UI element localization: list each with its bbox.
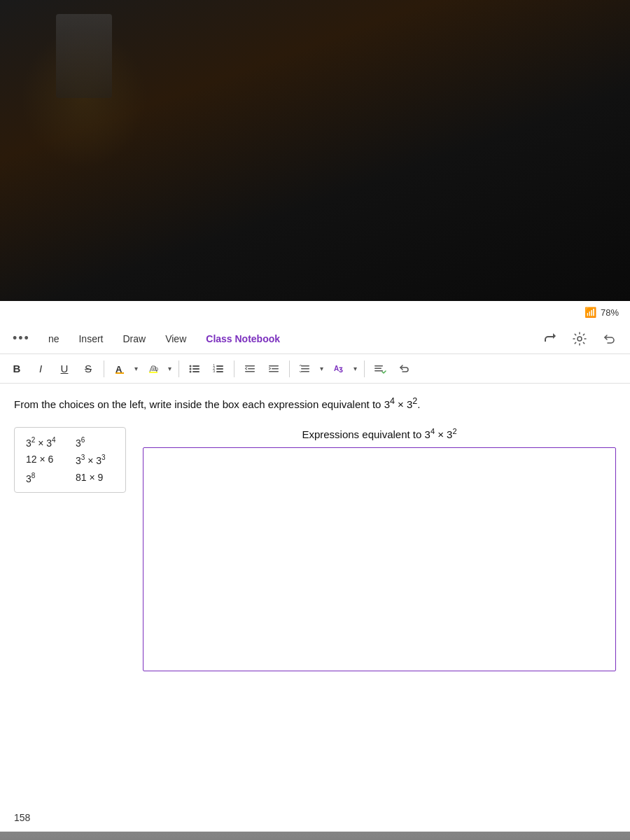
svg-rect-20 xyxy=(269,365,279,367)
menu-item-draw[interactable]: Draw xyxy=(115,329,155,349)
styles-button[interactable]: Aʒ xyxy=(328,358,350,380)
styles-chevron[interactable]: ▾ xyxy=(350,358,360,380)
answer-box[interactable] xyxy=(143,447,616,671)
svg-rect-8 xyxy=(192,368,200,370)
page-number: 158 xyxy=(14,812,30,823)
choices-grid: 32 × 34 36 12 × 6 33 × 33 38 81 × 9 xyxy=(26,436,114,484)
styles-group: Aʒ ▾ xyxy=(328,358,360,380)
font-color-group: A ▾ xyxy=(108,358,141,380)
answer-header: Expressions equivalent to 34 × 32 xyxy=(143,427,616,440)
background-top xyxy=(0,0,630,301)
choice-3[interactable]: 12 × 6 xyxy=(26,454,64,466)
share-icon[interactable] xyxy=(540,329,560,349)
bottom-area: 158 xyxy=(0,804,630,832)
line-spacing-group: ▾ xyxy=(294,358,326,380)
choice-2[interactable]: 36 xyxy=(76,436,114,449)
choice-6[interactable]: 81 × 9 xyxy=(76,472,114,484)
line-spacing-chevron[interactable]: ▾ xyxy=(316,358,326,380)
strikethrough-button[interactable]: S xyxy=(77,358,99,380)
svg-text:3: 3 xyxy=(213,369,216,373)
instruction-text: From the choices on the left, write insi… xyxy=(14,395,616,413)
toolbar-divider-5 xyxy=(364,360,365,377)
svg-point-0 xyxy=(578,337,582,341)
svg-rect-14 xyxy=(216,368,223,370)
font-color-chevron[interactable]: ▾ xyxy=(131,358,141,380)
svg-text:Aʒ: Aʒ xyxy=(334,365,343,372)
svg-rect-22 xyxy=(269,371,279,372)
font-color-button[interactable]: A xyxy=(108,358,131,380)
wifi-icon: 📶 xyxy=(584,307,596,318)
status-bar-right: 📶 78% xyxy=(584,307,619,318)
more-menu-button[interactable]: ••• xyxy=(6,327,37,350)
exercise-area: 32 × 34 36 12 × 6 33 × 33 38 81 × 9 Expr… xyxy=(14,427,616,671)
svg-rect-17 xyxy=(245,365,255,367)
indent-increase-button[interactable] xyxy=(262,358,285,380)
toolbar-divider-2 xyxy=(178,360,179,377)
settings-icon[interactable] xyxy=(570,329,589,349)
menu-item-view[interactable]: View xyxy=(157,329,195,349)
background-bottom xyxy=(0,832,630,840)
toolbar-divider-1 xyxy=(104,360,104,377)
menu-item-class-notebook[interactable]: Class Notebook xyxy=(197,329,288,349)
main-content: From the choices on the left, write insi… xyxy=(0,384,630,804)
italic-button[interactable]: I xyxy=(29,358,52,380)
toolbar-divider-3 xyxy=(234,360,234,377)
highlight-button[interactable]: ab xyxy=(142,358,164,380)
svg-rect-12 xyxy=(216,365,223,367)
svg-rect-18 xyxy=(248,368,255,370)
status-bar: 📶 78% xyxy=(0,301,630,323)
undo-small-button[interactable] xyxy=(393,358,415,380)
answer-area: Expressions equivalent to 34 × 32 xyxy=(143,427,616,671)
svg-rect-19 xyxy=(245,371,255,372)
svg-rect-10 xyxy=(192,371,200,372)
svg-rect-16 xyxy=(216,371,223,372)
app-container: 📶 78% ••• ne Insert Draw View Class Note… xyxy=(0,301,630,832)
bold-button[interactable]: B xyxy=(6,358,28,380)
svg-rect-6 xyxy=(192,365,200,367)
highlight-chevron[interactable]: ▾ xyxy=(164,358,174,380)
svg-rect-25 xyxy=(301,371,309,372)
choice-1[interactable]: 32 × 34 xyxy=(26,436,64,449)
menu-item-home[interactable]: ne xyxy=(40,329,68,349)
svg-rect-2 xyxy=(115,372,124,374)
svg-point-7 xyxy=(190,368,192,370)
bullet-list-button[interactable] xyxy=(183,358,206,380)
undo-icon[interactable] xyxy=(599,329,619,349)
svg-point-5 xyxy=(190,365,192,367)
toolbar-divider-4 xyxy=(289,360,290,377)
menu-item-insert[interactable]: Insert xyxy=(70,329,111,349)
svg-point-9 xyxy=(190,370,192,372)
menu-icons-right xyxy=(540,329,624,349)
choice-4[interactable]: 33 × 33 xyxy=(76,454,114,466)
svg-rect-21 xyxy=(272,368,279,370)
line-spacing-button[interactable] xyxy=(294,358,316,380)
highlight-group: ab ▾ xyxy=(142,358,174,380)
choice-5[interactable]: 38 xyxy=(26,472,64,484)
svg-rect-28 xyxy=(374,368,382,369)
battery-percentage: 78% xyxy=(601,307,619,318)
spellcheck-button[interactable] xyxy=(369,358,391,380)
choices-box: 32 × 34 36 12 × 6 33 × 33 38 81 × 9 xyxy=(14,427,126,493)
indent-decrease-button[interactable] xyxy=(239,358,261,380)
menu-bar: ••• ne Insert Draw View Class Notebook xyxy=(0,323,630,354)
svg-text:ab: ab xyxy=(151,365,158,372)
format-toolbar: B I U S A ▾ ab ▾ xyxy=(0,354,630,384)
svg-rect-23 xyxy=(301,365,309,367)
svg-rect-24 xyxy=(301,368,309,370)
svg-rect-29 xyxy=(374,370,383,372)
svg-rect-27 xyxy=(374,365,383,367)
numbered-list-button[interactable]: 1 2 3 xyxy=(207,358,230,380)
underline-button[interactable]: U xyxy=(53,358,76,380)
